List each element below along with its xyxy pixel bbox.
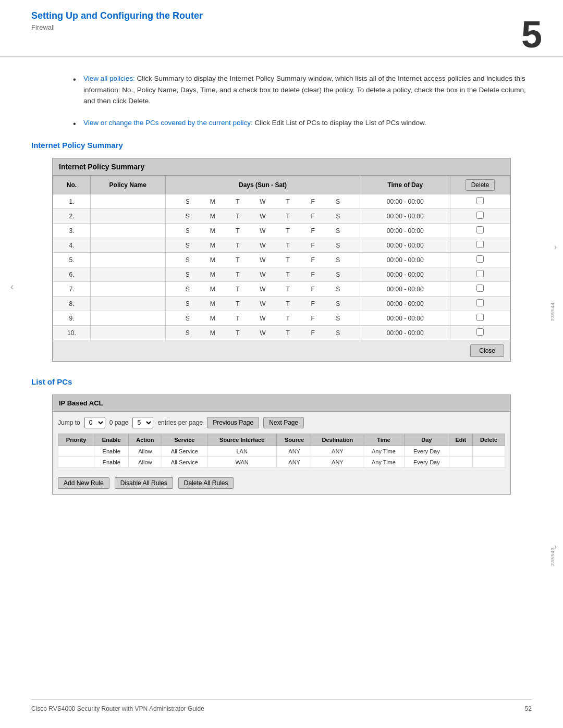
- day-letter: S: [333, 315, 343, 322]
- day-letter: W: [258, 271, 268, 278]
- delete-all-rules-button[interactable]: Delete All Rules: [178, 477, 234, 489]
- page-label: 0 page: [109, 419, 129, 426]
- page-header: Setting Up and Configuring the Router Fi…: [0, 0, 563, 57]
- day-letter: S: [333, 286, 343, 293]
- day-letter: F: [308, 198, 318, 205]
- day-letter: F: [308, 256, 318, 264]
- policy-row-delete[interactable]: [450, 297, 510, 311]
- close-button[interactable]: Close: [470, 344, 504, 357]
- policy-row-name: [90, 282, 165, 297]
- delete-checkbox[interactable]: [476, 285, 484, 292]
- table-footer: Close: [53, 340, 510, 361]
- policy-row-time: 00:00 - 00:00: [360, 194, 450, 209]
- jump-to-label: Jump to: [58, 419, 80, 426]
- disable-all-rules-button[interactable]: Disable All Rules: [115, 477, 173, 489]
- acl-row: EnableAllowAll ServiceWANANYANYAny TimeE…: [58, 457, 505, 468]
- jump-to-select[interactable]: 0: [84, 417, 105, 428]
- acl-controls: Jump to 0 0 page 5 entries per page Prev…: [58, 417, 505, 428]
- delete-checkbox[interactable]: [476, 241, 484, 248]
- day-letter: S: [182, 300, 193, 307]
- day-letter: W: [258, 213, 268, 220]
- day-letter: F: [308, 227, 318, 235]
- col-policy-name: Policy Name: [90, 176, 165, 194]
- day-letter: M: [207, 315, 218, 322]
- day-letter: T: [283, 213, 293, 220]
- delete-checkbox[interactable]: [476, 255, 484, 263]
- add-new-rule-button[interactable]: Add New Rule: [58, 477, 109, 489]
- day-letter: F: [308, 213, 318, 220]
- acl-action: Allow: [129, 457, 162, 468]
- entries-per-page-select[interactable]: 5: [132, 417, 153, 428]
- acl-edit: [449, 446, 472, 457]
- delete-checkbox[interactable]: [476, 328, 484, 336]
- policy-row-time: 00:00 - 00:00: [360, 209, 450, 224]
- delete-checkbox[interactable]: [476, 212, 484, 219]
- policy-row: 7.SMTWTFS00:00 - 00:00: [53, 282, 510, 297]
- next-page-button[interactable]: Next Page: [263, 417, 304, 428]
- chapter-number: 5: [521, 16, 542, 53]
- policy-row: 3.SMTWTFS00:00 - 00:00: [53, 224, 510, 238]
- acl-col-source: Source: [277, 434, 312, 446]
- policy-row-delete[interactable]: [450, 326, 510, 340]
- policy-table: No. Policy Name Days (Sun - Sat) Time of…: [53, 176, 510, 340]
- policy-row-delete[interactable]: [450, 253, 510, 267]
- table-title: Internet Policy Summary: [53, 158, 510, 176]
- delete-checkbox[interactable]: [476, 226, 484, 233]
- day-letter: S: [333, 271, 343, 278]
- acl-col-destination: Destination: [312, 434, 363, 446]
- policy-row-no: 3.: [53, 224, 91, 238]
- acl-delete: [473, 457, 505, 468]
- policy-row-delete[interactable]: [450, 267, 510, 282]
- acl-source-interface: LAN: [207, 446, 276, 457]
- policy-row-time: 00:00 - 00:00: [360, 238, 450, 253]
- delete-checkbox[interactable]: [476, 197, 484, 204]
- delete-all-button[interactable]: Delete: [466, 179, 495, 191]
- policy-row-delete[interactable]: [450, 311, 510, 326]
- day-letter: T: [232, 286, 243, 293]
- delete-checkbox[interactable]: [476, 314, 484, 321]
- acl-table: Priority Enable Action Service Source In…: [58, 434, 505, 468]
- previous-page-button[interactable]: Previous Page: [207, 417, 259, 428]
- policy-row-delete[interactable]: [450, 209, 510, 224]
- acl-col-edit: Edit: [449, 434, 472, 446]
- acl-col-action: Action: [129, 434, 162, 446]
- col-time: Time of Day: [360, 176, 450, 194]
- policy-row-name: [90, 267, 165, 282]
- entries-per-page-label: entries per page: [157, 419, 203, 426]
- day-letter: T: [283, 227, 293, 235]
- day-letter: F: [308, 315, 318, 322]
- day-letter: M: [207, 213, 218, 220]
- day-letter: M: [207, 329, 218, 337]
- policy-row-name: [90, 194, 165, 209]
- acl-container: IP Based ACL Jump to 0 0 page 5 entries …: [52, 394, 511, 495]
- delete-checkbox[interactable]: [476, 270, 484, 277]
- policy-row-delete[interactable]: [450, 282, 510, 297]
- bullet-item-2: View or change the PCs covered by the cu…: [73, 117, 532, 129]
- acl-delete: [473, 446, 505, 457]
- bullet-1-body: Click Summary to display the Internet Po…: [83, 75, 526, 105]
- acl-enable: Enable: [94, 446, 129, 457]
- policy-row-name: [90, 326, 165, 340]
- policy-row: 4.SMTWTFS00:00 - 00:00: [53, 238, 510, 253]
- day-letter: W: [258, 286, 268, 293]
- policy-row-days: SMTWTFS: [165, 267, 360, 282]
- day-letter: M: [207, 242, 218, 249]
- policy-row-name: [90, 238, 165, 253]
- policy-row-no: 10.: [53, 326, 91, 340]
- policy-row-delete[interactable]: [450, 238, 510, 253]
- acl-destination: ANY: [312, 446, 363, 457]
- policy-row-time: 00:00 - 00:00: [360, 311, 450, 326]
- day-letter: S: [182, 256, 193, 264]
- day-letter: F: [308, 329, 318, 337]
- acl-row: EnableAllowAll ServiceLANANYANYAny TimeE…: [58, 446, 505, 457]
- acl-time: Any Time: [363, 457, 404, 468]
- acl-service: All Service: [162, 446, 207, 457]
- day-letter: T: [283, 256, 293, 264]
- delete-checkbox[interactable]: [476, 299, 484, 306]
- day-letter: W: [258, 315, 268, 322]
- policy-row-delete[interactable]: [450, 194, 510, 209]
- acl-day: Every Day: [405, 457, 449, 468]
- policy-row-no: 6.: [53, 267, 91, 282]
- policy-row-delete[interactable]: [450, 224, 510, 238]
- day-letter: T: [232, 198, 243, 205]
